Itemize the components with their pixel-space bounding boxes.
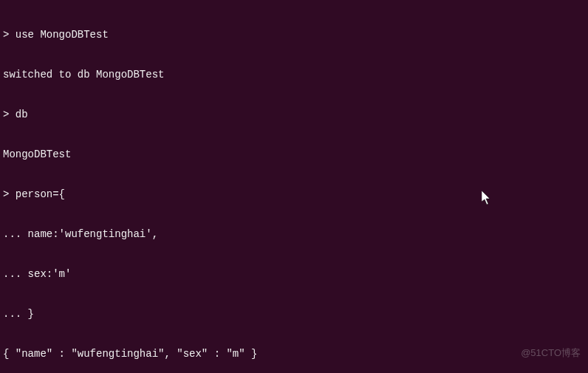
watermark-text: @51CTO博客 [521, 346, 581, 360]
terminal-line: ... } [3, 307, 585, 321]
terminal-output[interactable]: > use MongoDBTest switched to db MongoDB… [3, 1, 585, 373]
terminal-line: > use MongoDBTest [3, 28, 585, 41]
terminal-line: switched to db MongoDBTest [3, 68, 585, 81]
terminal-line: ... sex:'m' [3, 267, 585, 281]
terminal-line: > db [3, 108, 585, 121]
terminal-line: { "name" : "wufengtinghai", "sex" : "m" … [3, 347, 585, 360]
terminal-line: ... name:'wufengtinghai', [3, 227, 585, 241]
terminal-line: MongoDBTest [3, 148, 585, 161]
terminal-line: > person={ [3, 188, 585, 201]
